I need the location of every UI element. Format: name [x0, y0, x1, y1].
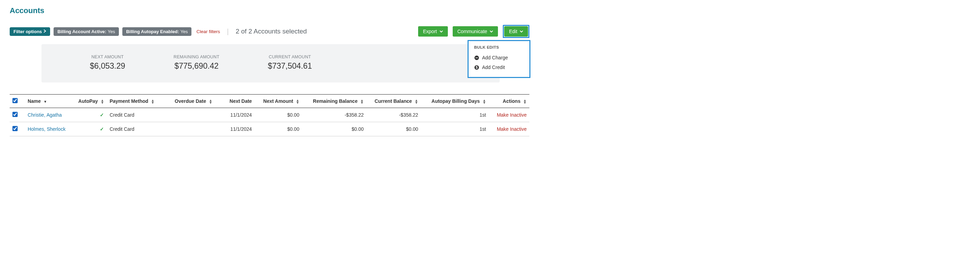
col-header-name[interactable]: Name ▼	[25, 95, 76, 108]
col-header-next-amount[interactable]: Next Amount ▲▼	[255, 95, 302, 108]
filter-pill-autopay-enabled[interactable]: Billing Autopay Enabled: Yes	[123, 27, 192, 36]
header-label: Payment Method	[110, 98, 148, 104]
summary-panel: NEXT AMOUNT $6,053.29 REMAINING AMOUNT $…	[41, 44, 500, 82]
row-checkbox[interactable]	[13, 112, 18, 117]
menu-item-add-credit[interactable]: $ Add Credit	[474, 62, 524, 72]
summary-value: $737,504.61	[268, 62, 312, 71]
col-header-current-balance[interactable]: Current Balance ▲▼	[366, 95, 421, 108]
cell-autopay-billing-days: 1st	[421, 108, 488, 122]
toolbar: Filter options Billing Account Active: Y…	[10, 25, 530, 38]
edit-dropdown: BULK EDITS Add Charge $ Add Credit	[468, 40, 530, 78]
summary-label: CURRENT AMOUNT	[268, 54, 312, 59]
edit-button[interactable]: Edit	[504, 26, 528, 36]
sort-icon: ▲▼	[482, 99, 486, 104]
pill-label: Billing Account Active:	[57, 29, 106, 34]
sort-icon: ▲▼	[360, 99, 364, 104]
cell-autopay-billing-days: 1st	[421, 122, 488, 136]
header-label: Current Balance	[375, 98, 412, 104]
account-name-link[interactable]: Christie, Agatha	[28, 112, 62, 118]
filter-pill-account-active[interactable]: Billing Account Active: Yes	[54, 27, 119, 36]
pill-value: Yes	[180, 29, 188, 34]
minus-circle-icon	[474, 55, 479, 60]
chevron-down-icon	[439, 29, 443, 33]
cell-remaining-balance: $0.00	[302, 122, 366, 136]
cell-next-date: 11/1/2024	[215, 108, 255, 122]
edit-label: Edit	[509, 29, 517, 34]
select-all-checkbox[interactable]	[13, 98, 18, 103]
dropdown-header: BULK EDITS	[474, 45, 524, 49]
header-label: Next Date	[229, 98, 252, 104]
summary-value: $6,053.29	[90, 62, 125, 71]
col-header-next-date[interactable]: Next Date	[215, 95, 255, 108]
cell-current-balance: -$358.22	[366, 108, 421, 122]
chevron-down-icon	[490, 29, 493, 33]
selection-count: 2 of 2 Accounts selected	[235, 28, 307, 35]
divider: |	[227, 28, 229, 36]
cell-remaining-balance: -$358.22	[302, 108, 366, 122]
check-icon: ✓	[100, 126, 104, 132]
check-icon: ✓	[100, 112, 104, 118]
cell-payment-method: Credit Card	[107, 122, 158, 136]
col-header-actions[interactable]: Actions ▲▼	[488, 95, 530, 108]
summary-label: NEXT AMOUNT	[90, 54, 125, 59]
header-label: Remaining Balance	[313, 98, 358, 104]
export-button[interactable]: Export	[418, 26, 447, 36]
cell-overdue-date	[159, 108, 215, 122]
menu-item-label: Add Credit	[482, 65, 505, 70]
clear-filters-link[interactable]: Clear filters	[196, 29, 220, 34]
header-label: AutoPay	[78, 98, 98, 104]
cell-next-amount: $0.00	[255, 108, 302, 122]
header-label: Next Amount	[263, 98, 293, 104]
make-inactive-link[interactable]: Make Inactive	[497, 126, 527, 132]
summary-label: REMAINING AMOUNT	[173, 54, 220, 59]
summary-remaining-amount: REMAINING AMOUNT $775,690.42	[173, 54, 220, 71]
cell-payment-method: Credit Card	[107, 108, 158, 122]
sort-icon: ▲▼	[296, 99, 299, 104]
sort-icon: ▲▼	[523, 99, 527, 104]
summary-value: $775,690.42	[173, 62, 220, 71]
table-row: Holmes, Sherlock ✓ Credit Card 11/1/2024…	[10, 122, 530, 136]
chevron-down-icon	[520, 29, 523, 33]
communicate-label: Communicate	[458, 29, 487, 34]
export-label: Export	[423, 29, 437, 34]
pill-value: Yes	[108, 29, 115, 34]
col-header-autopay-billing-days[interactable]: Autopay Billing Days ▲▼	[421, 95, 488, 108]
page-title: Accounts	[10, 6, 530, 15]
svg-rect-1	[476, 57, 478, 58]
col-header-overdue-date[interactable]: Overdue Date ▲▼	[159, 95, 215, 108]
sort-icon: ▲▼	[415, 99, 418, 104]
cell-next-amount: $0.00	[255, 122, 302, 136]
svg-text:$: $	[476, 66, 478, 70]
sort-icon: ▲▼	[100, 99, 104, 104]
chevron-right-icon	[43, 29, 46, 34]
row-checkbox[interactable]	[13, 126, 18, 131]
header-label: Autopay Billing Days	[431, 98, 480, 104]
sort-icon: ▲▼	[151, 99, 154, 104]
summary-current-amount: CURRENT AMOUNT $737,504.61	[268, 54, 312, 71]
header-label: Name	[28, 98, 41, 104]
edit-button-highlight: Edit	[503, 25, 530, 38]
menu-item-label: Add Charge	[482, 55, 508, 60]
table-row: Christie, Agatha ✓ Credit Card 11/1/2024…	[10, 108, 530, 122]
header-label: Actions	[503, 98, 520, 104]
sort-down-icon: ▼	[43, 100, 47, 103]
col-header-remaining-balance[interactable]: Remaining Balance ▲▼	[302, 95, 366, 108]
filter-options-label: Filter options	[13, 29, 42, 34]
pill-label: Billing Autopay Enabled:	[126, 29, 179, 34]
account-name-link[interactable]: Holmes, Sherlock	[28, 126, 66, 132]
menu-item-add-charge[interactable]: Add Charge	[474, 53, 524, 62]
col-header-payment-method[interactable]: Payment Method ▲▼	[107, 95, 158, 108]
filter-options-button[interactable]: Filter options	[10, 27, 50, 36]
header-label: Overdue Date	[175, 98, 206, 104]
cell-overdue-date	[159, 122, 215, 136]
sort-icon: ▲▼	[209, 99, 212, 104]
col-header-autopay[interactable]: AutoPay ▲▼	[76, 95, 107, 108]
cell-current-balance: $0.00	[366, 122, 421, 136]
communicate-button[interactable]: Communicate	[453, 26, 498, 36]
cell-next-date: 11/1/2024	[215, 122, 255, 136]
summary-next-amount: NEXT AMOUNT $6,053.29	[90, 54, 125, 71]
dollar-circle-icon: $	[474, 65, 479, 70]
make-inactive-link[interactable]: Make Inactive	[497, 112, 527, 118]
accounts-table: Name ▼ AutoPay ▲▼ Payment Method ▲▼ Over…	[10, 94, 530, 136]
